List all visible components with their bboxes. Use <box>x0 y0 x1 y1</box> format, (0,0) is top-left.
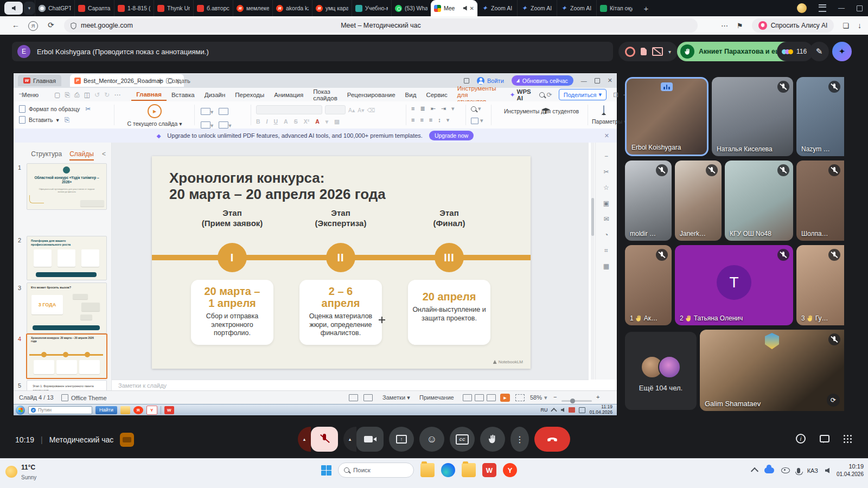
slide-thumbnail-1[interactable]: Областной конкурс «Үздік тәлімгер – 2026… <box>27 163 107 210</box>
ribbon-tab-review[interactable]: Рецензирование <box>342 92 400 98</box>
fit-window-icon[interactable] <box>349 394 358 402</box>
wps-minimize-icon[interactable]: — <box>581 78 587 84</box>
activities-button[interactable] <box>844 435 852 443</box>
fit-page-icon[interactable] <box>363 394 373 402</box>
participant-tile[interactable]: moldir … <box>625 160 672 241</box>
participant-tile-hand-raised[interactable]: 3Гу… <box>796 245 844 325</box>
minimize-window-icon[interactable]: — <box>838 4 845 12</box>
font-family-select[interactable] <box>256 105 322 114</box>
tray-eye-icon[interactable] <box>781 467 790 473</box>
view-sorter-icon[interactable] <box>475 394 484 402</box>
shadow-button[interactable]: A <box>284 118 288 125</box>
end-call-button[interactable] <box>534 427 570 452</box>
menu-label[interactable]: Меню <box>19 92 43 98</box>
zoom-level[interactable]: 58% <box>530 394 542 401</box>
participant-tile[interactable]: КГУ ОШ No48 <box>725 160 793 241</box>
navigation-icon[interactable]: ⌗ <box>604 247 608 254</box>
tab-slides[interactable]: Слайды <box>69 150 94 160</box>
stop-presenting-icon[interactable] <box>652 47 663 56</box>
font-color-button[interactable]: A <box>315 118 320 125</box>
inner-volume-icon[interactable] <box>561 408 564 412</box>
zoom-in-icon[interactable]: + <box>596 394 599 400</box>
system-clock[interactable]: 10:1901.04.2026 <box>837 463 864 478</box>
volume-icon[interactable] <box>825 468 829 473</box>
align-left-icon[interactable]: ≡ <box>411 117 414 124</box>
collections-icon[interactable]: ❏ <box>843 22 849 30</box>
mic-options-chevron-icon[interactable]: ▴ <box>298 427 311 452</box>
indent-decrease-icon[interactable]: ⇤ <box>431 105 436 112</box>
browser-tab[interactable]: Кітап оқу <box>596 0 636 16</box>
cut-icon[interactable]: ✂ <box>83 105 93 113</box>
slide-thumbnail-3[interactable]: Кто может бросить вызов? 3 ГОДА <box>27 282 107 333</box>
yandex-profile-icon[interactable]: Я <box>28 21 38 31</box>
mic-muted-button[interactable] <box>311 427 338 452</box>
participant-tile-hand-raised[interactable]: T 2Татьяна Оленич <box>675 245 793 325</box>
participant-tile[interactable]: Наталья Киселева <box>712 77 793 156</box>
wps-taskbar-icon[interactable]: W <box>164 406 174 414</box>
browser-tab[interactable]: ChatGPT <box>35 0 74 16</box>
participant-tile-speaking[interactable]: Erbol Koishygara <box>625 77 709 156</box>
bold-button[interactable]: B <box>256 118 260 125</box>
captions-button[interactable]: CC <box>450 427 475 452</box>
history-icon[interactable]: ◔ <box>604 231 608 239</box>
chevron-down-icon[interactable]: ▾ <box>668 49 671 55</box>
reset-slide-icon[interactable] <box>219 106 231 116</box>
slide-thumbnail-2[interactable]: Платформа для вашего профессионального р… <box>27 236 107 280</box>
slide-thumbnail-4-selected[interactable]: Хронология конкурса: 20 марта – 20 апрел… <box>26 333 107 379</box>
notes-toggle[interactable]: Заметки ▾ <box>382 394 410 401</box>
browser-tab-active-meet[interactable]: Mee✕ <box>431 0 477 16</box>
cloud-icon[interactable] <box>764 467 774 473</box>
browser-tab[interactable]: 1-8-815 ( <box>114 0 154 16</box>
new-slide-icon[interactable]: ▾ <box>201 106 213 116</box>
wps-close-icon[interactable]: ✕ <box>608 77 612 84</box>
record-icon[interactable] <box>625 47 635 57</box>
fit-slide-icon[interactable] <box>515 394 525 402</box>
comments-icon[interactable]: ✉ <box>603 215 609 223</box>
tabs-overview-icon[interactable] <box>464 78 469 84</box>
browser-tab[interactable]: ✦Zoom AI <box>477 0 517 16</box>
bookmark-icon[interactable]: ⚑ <box>737 22 743 30</box>
collapse-icon[interactable]: − <box>604 152 608 160</box>
student-tools-button[interactable]: Инструменты для студентов <box>498 106 585 114</box>
share-button[interactable]: Поделиться▾ <box>559 89 607 100</box>
present-screen-button[interactable]: ↑ <box>389 427 414 452</box>
inner-language-indicator[interactable]: RU <box>540 407 547 413</box>
new-document-label[interactable]: Создать <box>168 78 190 84</box>
output-icon[interactable]: ⎘ <box>62 91 72 99</box>
weather-widget[interactable]: 11°CSunny <box>5 462 36 481</box>
preview-icon[interactable]: ◫ <box>82 91 92 99</box>
participant-count-pill[interactable]: 116 <box>777 42 813 61</box>
explorer-icon[interactable] <box>420 463 435 477</box>
browser-tab[interactable]: Яумц кара <box>312 0 352 16</box>
theme-label[interactable]: Office Theme <box>61 394 107 401</box>
align-right-icon[interactable]: ≡ <box>429 117 432 124</box>
browser-tab[interactable]: б.авторс <box>193 0 233 16</box>
new-document-icon[interactable]: + <box>158 76 162 85</box>
options-button[interactable]: Параметры ▾ <box>592 106 616 125</box>
restore-window-icon[interactable] <box>857 5 863 11</box>
folder-taskbar-icon[interactable] <box>120 406 130 414</box>
bullets-icon[interactable]: ≡ <box>411 105 414 112</box>
underline-button[interactable]: U <box>274 118 278 125</box>
select-button[interactable]: ▾ <box>471 117 483 124</box>
more-options-button[interactable]: ⋮ <box>510 427 529 452</box>
ribbon-tab-home[interactable]: Главная <box>131 88 167 101</box>
comment-toggle[interactable]: Примечание <box>419 394 454 401</box>
browser-tab[interactable]: ✦Zoom AI <box>517 0 557 16</box>
yandex-taskbar-icon[interactable]: Я <box>133 406 143 414</box>
canvas-scrollbar[interactable] <box>591 143 595 380</box>
alice-ai-button[interactable]: Спросить Алису AI <box>752 18 834 33</box>
current-slide[interactable]: Хронология конкурса: 20 марта – 20 апрел… <box>152 156 531 369</box>
flip-camera-icon[interactable]: ⟳ <box>827 394 840 407</box>
slide-notes-input[interactable]: Заметки к слайду <box>112 380 589 390</box>
tab-outline[interactable]: Структура <box>31 150 62 160</box>
decrease-font-icon[interactable]: A▾ <box>358 107 364 113</box>
save-icon[interactable]: ▢ <box>52 91 62 99</box>
refresh-icon[interactable]: ⟳ <box>48 21 54 29</box>
new-tab-button[interactable]: + <box>640 2 652 14</box>
paste-button[interactable]: Вставить <box>29 117 53 123</box>
chat-button[interactable] <box>820 435 829 442</box>
inner-tray-chevron-icon[interactable] <box>551 408 557 414</box>
ribbon-tab-animation[interactable]: Анимация <box>269 92 308 98</box>
zoom-out-icon[interactable]: − <box>553 394 557 400</box>
